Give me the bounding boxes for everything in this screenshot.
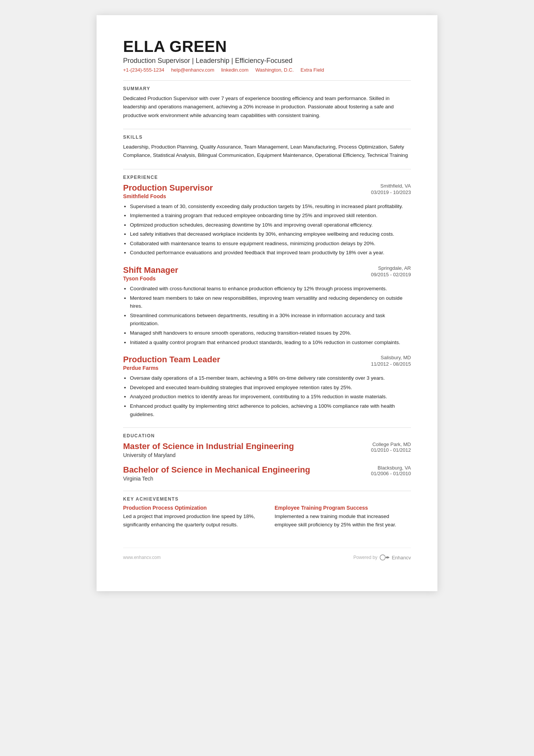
degree-1: Master of Science in Industrial Engineer… — [123, 441, 294, 451]
job-title-1: Production Supervisor — [123, 183, 213, 193]
achievements-label: KEY ACHIEVEMENTS — [123, 496, 411, 502]
powered-by-text: Powered by — [353, 555, 377, 560]
bullet-2-4: Managed shift handovers to ensure smooth… — [130, 329, 411, 337]
phone: +1-(234)-555-1234 — [123, 67, 164, 73]
email[interactable]: help@enhancv.com — [171, 67, 214, 73]
edu-left-2: Bachelor of Science in Mechanical Engine… — [123, 465, 310, 482]
job-title-3: Production Team Leader — [123, 355, 220, 365]
header-section: ELLA GREEN Production Supervisor | Leade… — [123, 38, 411, 73]
edu-location-1: College Park, MD — [371, 441, 411, 447]
company-2: Tyson Foods — [123, 275, 178, 282]
bullet-1-6: Conducted performance evaluations and pr… — [130, 249, 411, 257]
skills-text: Leadership, Production Planning, Quality… — [123, 143, 411, 160]
edu-dates-2: 01/2006 - 01/2010 — [371, 471, 411, 476]
summary-label: SUMMARY — [123, 86, 411, 91]
edu-location-2: Blacksburg, VA — [371, 465, 411, 471]
job-title-2: Shift Manager — [123, 265, 178, 275]
degree-2: Bachelor of Science in Mechanical Engine… — [123, 465, 310, 475]
education-divider — [123, 491, 411, 491]
contact-info: +1-(234)-555-1234 help@enhancv.com linke… — [123, 67, 411, 73]
entry-meta-2: Springdale, AR 09/2015 - 02/2019 — [371, 265, 411, 277]
bullet-1-1: Supervised a team of 30, consistently ex… — [130, 202, 411, 211]
achievement-1: Production Process Optimization Led a pr… — [123, 505, 259, 529]
resume-page: ELLA GREEN Production Supervisor | Leade… — [97, 15, 437, 591]
school-2: Virginia Tech — [123, 476, 310, 482]
edu-dates-1: 01/2010 - 01/2012 — [371, 447, 411, 453]
edu-entry-2: Bachelor of Science in Mechanical Engine… — [123, 465, 411, 482]
bullet-1-4: Led safety initiatives that decreased wo… — [130, 230, 411, 238]
location-3: Salisbury, MD — [371, 355, 411, 360]
skills-section: SKILLS Leadership, Production Planning, … — [123, 135, 411, 160]
bullets-1: Supervised a team of 30, consistently ex… — [123, 202, 411, 257]
entry-title-group-3: Production Team Leader Perdue Farms — [123, 355, 220, 371]
experience-section: EXPERIENCE Production Supervisor Smithfi… — [123, 175, 411, 419]
bullets-3: Oversaw daily operations of a 15-member … — [123, 374, 411, 418]
page-footer: www.enhancv.com Powered by Enhancv — [123, 548, 411, 561]
entry-header-3: Production Team Leader Perdue Farms Sali… — [123, 355, 411, 371]
entry-meta-1: Smithfield, VA 03/2019 - 10/2023 — [371, 183, 411, 195]
company-3: Perdue Farms — [123, 365, 220, 371]
dates-1: 03/2019 - 10/2023 — [371, 189, 411, 195]
bullet-3-4: Enhanced product quality by implementing… — [130, 402, 411, 418]
ach-title-1: Production Process Optimization — [123, 505, 259, 511]
header-divider — [123, 80, 411, 81]
school-1: University of Maryland — [123, 452, 294, 458]
entry-header-1: Production Supervisor Smithfield Foods S… — [123, 183, 411, 199]
summary-divider — [123, 129, 411, 129]
bullet-1-5: Collaborated with maintenance teams to e… — [130, 239, 411, 248]
linkedin[interactable]: linkedin.com — [221, 67, 248, 73]
entry-title-group-2: Shift Manager Tyson Foods — [123, 265, 178, 282]
edu-left-1: Master of Science in Industrial Engineer… — [123, 441, 294, 458]
location: Washington, D.C. — [255, 67, 294, 73]
experience-entry-1: Production Supervisor Smithfield Foods S… — [123, 183, 411, 257]
bullet-3-2: Developed and executed team-building str… — [130, 383, 411, 392]
extra-field: Extra Field — [301, 67, 324, 73]
skills-divider — [123, 169, 411, 169]
edu-entry-1: Master of Science in Industrial Engineer… — [123, 441, 411, 458]
company-1: Smithfield Foods — [123, 193, 213, 199]
bullet-3-1: Oversaw daily operations of a 15-member … — [130, 374, 411, 382]
dates-3: 11/2012 - 08/2015 — [371, 361, 411, 367]
summary-section: SUMMARY Dedicated Production Supervisor … — [123, 86, 411, 120]
achievement-2: Employee Training Program Success Implem… — [275, 505, 411, 529]
ach-title-2: Employee Training Program Success — [275, 505, 411, 511]
experience-entry-2: Shift Manager Tyson Foods Springdale, AR… — [123, 265, 411, 346]
bullet-2-3: Streamlined communications between depar… — [130, 311, 411, 328]
experience-divider — [123, 427, 411, 428]
dates-2: 09/2015 - 02/2019 — [371, 272, 411, 277]
footer-branding: Powered by Enhancv — [353, 554, 411, 561]
entry-header-2: Shift Manager Tyson Foods Springdale, AR… — [123, 265, 411, 282]
enhancv-logo: Enhancv — [379, 554, 411, 561]
bullet-3-3: Analyzed production metrics to identify … — [130, 393, 411, 401]
education-label: EDUCATION — [123, 433, 411, 438]
achievements-section: KEY ACHIEVEMENTS Production Process Opti… — [123, 496, 411, 529]
skills-label: SKILLS — [123, 135, 411, 140]
bullet-1-3: Optimized production schedules, decreasi… — [130, 221, 411, 229]
location-2: Springdale, AR — [371, 265, 411, 271]
bullets-2: Coordinated with cross-functional teams … — [123, 285, 411, 346]
ach-text-1: Led a project that improved production l… — [123, 512, 259, 529]
svg-point-0 — [380, 555, 386, 560]
candidate-name: ELLA GREEN — [123, 38, 411, 55]
bullet-2-5: Initiated a quality control program that… — [130, 338, 411, 347]
enhancv-logo-icon — [379, 554, 390, 561]
candidate-title: Production Supervisor | Leadership | Eff… — [123, 57, 411, 65]
edu-right-2: Blacksburg, VA 01/2006 - 01/2010 — [371, 465, 411, 476]
entry-meta-3: Salisbury, MD 11/2012 - 08/2015 — [371, 355, 411, 367]
entry-title-group-1: Production Supervisor Smithfield Foods — [123, 183, 213, 199]
location-1: Smithfield, VA — [371, 183, 411, 189]
summary-text: Dedicated Production Supervisor with ove… — [123, 94, 411, 120]
bullet-1-2: Implemented a training program that redu… — [130, 211, 411, 220]
edu-right-1: College Park, MD 01/2010 - 01/2012 — [371, 441, 411, 453]
brand-name: Enhancv — [392, 555, 411, 560]
education-section: EDUCATION Master of Science in Industria… — [123, 433, 411, 482]
bullet-2-2: Mentored team members to take on new res… — [130, 294, 411, 310]
footer-website: www.enhancv.com — [123, 555, 161, 560]
achievements-grid: Production Process Optimization Led a pr… — [123, 505, 411, 529]
experience-entry-3: Production Team Leader Perdue Farms Sali… — [123, 355, 411, 418]
bullet-2-1: Coordinated with cross-functional teams … — [130, 285, 411, 293]
experience-label: EXPERIENCE — [123, 175, 411, 180]
ach-text-2: Implemented a new training module that i… — [275, 512, 411, 529]
